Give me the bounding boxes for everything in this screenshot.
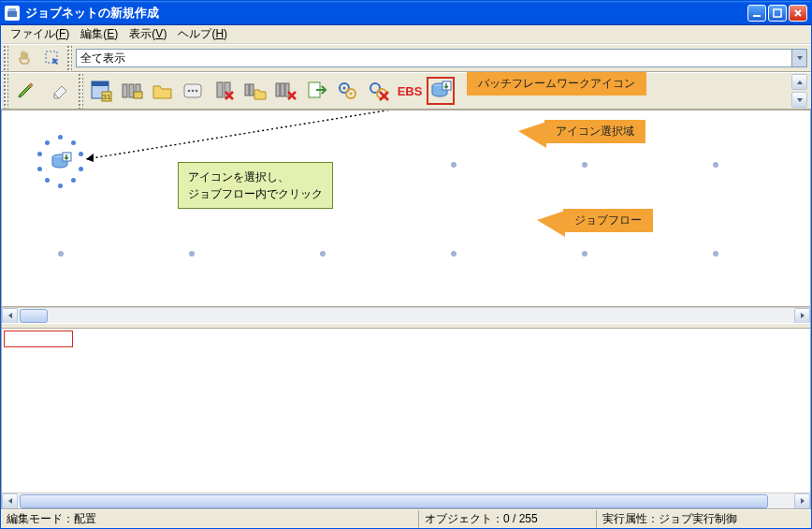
maximize-button[interactable] (768, 5, 787, 22)
menu-view[interactable]: 表示(V) (125, 24, 170, 44)
lower-panel[interactable] (2, 329, 810, 492)
menu-file[interactable]: ファイル(F) (7, 24, 73, 44)
ebs-icon[interactable]: EBS (396, 77, 424, 105)
batch-framework-icon[interactable] (427, 77, 455, 105)
svg-point-17 (196, 90, 198, 93)
palette-scroll-up[interactable] (791, 74, 807, 90)
flow-h-scrollbar[interactable] (2, 307, 810, 323)
svg-rect-7 (92, 81, 109, 86)
svg-rect-0 (7, 11, 17, 17)
filter-value: 全て表示 (80, 51, 125, 66)
statusbar: 編集モード：配置 オブジェクト：0 / 255 実行属性：ジョブ実行制御 (1, 509, 811, 528)
svg-point-15 (188, 90, 191, 93)
menubar: ファイル(F) 編集(E) 表示(V) ヘルプ(H) (1, 25, 811, 44)
grip (66, 45, 72, 71)
app-window: ジョブネットの新規作成 ファイル(F) 編集(E) 表示(V) ヘルプ(H) 全… (0, 0, 812, 529)
lower-h-scrollbar[interactable] (2, 492, 810, 508)
select-tool[interactable] (39, 47, 65, 69)
scroll-left-button[interactable] (2, 308, 18, 324)
hint-tooltip: アイコンを選択し、 ジョブフロー内でクリック (178, 162, 333, 209)
svg-rect-23 (281, 83, 284, 96)
svg-rect-22 (276, 83, 280, 96)
svg-rect-20 (245, 84, 249, 96)
app-icon (5, 6, 20, 21)
status-object: オブジェクト：0 / 255 (418, 510, 596, 528)
svg-rect-3 (774, 9, 781, 17)
minimize-button[interactable] (747, 5, 766, 22)
palette-scroll-down[interactable] (791, 92, 807, 108)
icon-palette: 31 (85, 73, 809, 109)
servers-cancel-icon[interactable] (272, 77, 300, 105)
window-title: ジョブネットの新規作成 (25, 5, 747, 22)
status-attr: 実行属性：ジョブ実行制御 (596, 510, 811, 528)
svg-point-16 (192, 90, 195, 93)
dialog-icon[interactable] (180, 77, 208, 105)
callout-batch-framework: バッチフレームワークアイコン (467, 72, 646, 96)
grip (78, 73, 83, 109)
selection-marker (4, 331, 73, 347)
eraser-tool[interactable] (45, 75, 77, 107)
svg-rect-18 (217, 82, 223, 97)
server-folder-icon[interactable] (241, 77, 269, 105)
svg-rect-1 (8, 8, 16, 11)
gears-icon[interactable] (334, 77, 362, 105)
scroll-right-button[interactable] (794, 308, 810, 324)
server-group-icon[interactable] (118, 77, 146, 105)
export-icon[interactable] (303, 77, 331, 105)
svg-point-29 (350, 93, 353, 96)
filter-select[interactable]: 全て表示 (76, 49, 807, 67)
titlebar: ジョブネットの新規作成 (1, 1, 811, 25)
svg-rect-2 (753, 15, 761, 17)
callout-icon-area: アイコン選択域 (544, 120, 645, 143)
content-area: アイコンを選択し、 ジョブフロー内でクリック アイコン選択域 ジョブフロー (1, 110, 811, 509)
svg-rect-11 (129, 84, 134, 97)
menu-help[interactable]: ヘルプ(H) (174, 24, 231, 44)
svg-line-37 (86, 110, 421, 159)
scroll-left-button[interactable] (2, 493, 18, 509)
scroll-thumb[interactable] (20, 309, 48, 323)
svg-rect-24 (285, 83, 289, 96)
server-cancel-icon[interactable] (210, 77, 239, 105)
close-button[interactable] (789, 5, 807, 22)
svg-rect-13 (134, 92, 142, 98)
gears-cancel-icon[interactable] (365, 77, 393, 105)
svg-rect-10 (123, 84, 127, 97)
callout-job-flow: ジョブフロー (563, 209, 653, 232)
svg-text:EBS: EBS (398, 84, 423, 98)
svg-text:31: 31 (103, 93, 111, 101)
icon-palette-row: 31 (1, 72, 811, 110)
status-mode: 編集モード：配置 (1, 510, 418, 528)
scroll-thumb[interactable] (20, 494, 768, 508)
folder-icon[interactable] (149, 77, 177, 105)
svg-rect-21 (250, 84, 254, 96)
toolbar-top: 全て表示 (1, 44, 811, 72)
svg-point-28 (343, 87, 346, 90)
grip (3, 73, 8, 109)
dropdown-arrow-icon[interactable] (791, 50, 806, 66)
grip (3, 45, 8, 71)
job-flow-canvas[interactable]: アイコンを選択し、 ジョブフロー内でクリック アイコン選択域 ジョブフロー (2, 110, 810, 307)
scroll-right-button[interactable] (794, 493, 810, 509)
pencil-tool[interactable] (11, 75, 43, 107)
calendar-icon[interactable]: 31 (87, 77, 115, 105)
menu-edit[interactable]: 編集(E) (77, 24, 122, 44)
hand-tool[interactable] (11, 47, 37, 69)
